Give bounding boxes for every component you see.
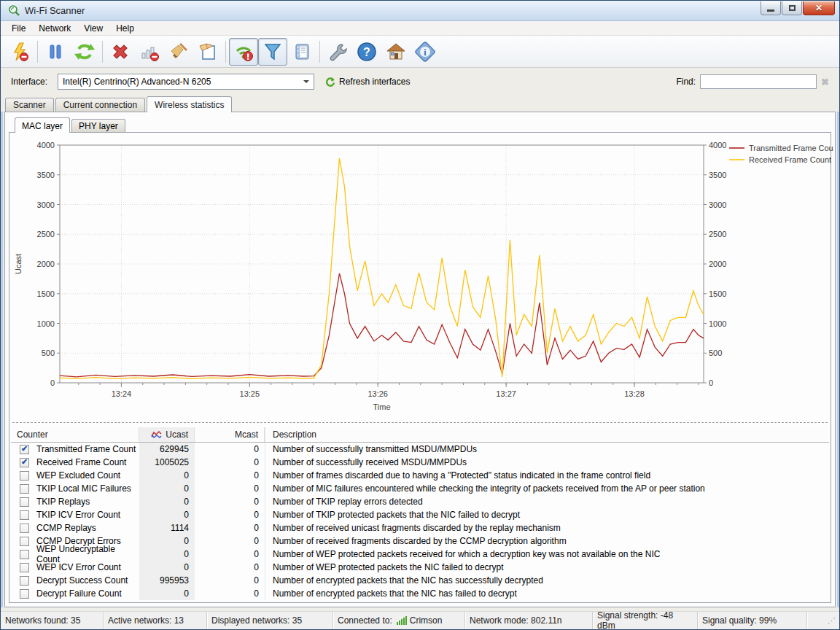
menu-help[interactable]: Help: [109, 22, 141, 35]
counter-checkbox[interactable]: [20, 589, 29, 599]
table-row[interactable]: WEP Excluded Count 0 0 Number of frames …: [11, 469, 829, 482]
counter-checkbox[interactable]: [20, 563, 29, 572]
refresh-interfaces-label: Refresh interfaces: [339, 77, 410, 87]
mcast-value: 0: [195, 510, 265, 520]
svg-text:13:25: 13:25: [240, 389, 260, 398]
connected-network-name: Crimson: [410, 615, 443, 626]
table-row[interactable]: TKIP Local MIC Failures 0 0 Number of MI…: [11, 482, 829, 495]
ucast-value: 1005025: [139, 456, 195, 469]
counter-checkbox[interactable]: [20, 524, 29, 533]
ucast-value: 0: [139, 482, 195, 495]
svg-text:2500: 2500: [709, 230, 726, 238]
refresh-interfaces-button[interactable]: Refresh interfaces: [324, 77, 410, 88]
status-signal-strength: Signal strength: -48 dBm: [593, 612, 698, 629]
counter-name: Decrypt Failure Count: [36, 588, 122, 599]
tab-current-connection[interactable]: Current connection: [55, 98, 145, 112]
table-row[interactable]: Decrypt Failure Count 0 0 Number of encr…: [11, 587, 829, 600]
counter-checkbox[interactable]: [20, 471, 29, 481]
ucast-value: 1114: [139, 521, 195, 534]
table-row[interactable]: CCMP Replays 1114 0 Number of received u…: [11, 521, 829, 534]
svg-text:1500: 1500: [37, 289, 55, 298]
about-button[interactable]: i: [411, 38, 440, 66]
home-icon: [386, 42, 406, 62]
table-row[interactable]: WEP ICV Error Count 0 0 Number of WEP pr…: [11, 561, 829, 574]
column-header-ucast[interactable]: Ucast: [139, 427, 195, 442]
chevron-down-icon: [303, 80, 309, 86]
counters-table: Counter Ucast Mcast Description Transmit…: [11, 427, 829, 601]
clear-button[interactable]: [106, 38, 135, 66]
mcast-value: 0: [195, 457, 265, 467]
interface-label: Interface:: [11, 77, 47, 87]
menu-file[interactable]: File: [5, 22, 32, 35]
table-row[interactable]: WEP Undecryptable Count 0 0 Number of WE…: [11, 548, 829, 561]
find-input[interactable]: [700, 74, 817, 89]
refresh-small-icon: [324, 77, 335, 88]
filter-toggle[interactable]: [258, 38, 287, 66]
svg-text:2000: 2000: [709, 260, 726, 268]
ucast-value: 0: [139, 469, 195, 482]
counter-checkbox[interactable]: [20, 550, 29, 559]
tab-mac-layer[interactable]: MAC layer: [15, 117, 70, 133]
table-row[interactable]: TKIP Replays 0 0 Number of TKIP replay e…: [11, 495, 829, 508]
counter-checkbox[interactable]: [20, 458, 29, 467]
ucast-value: 995953: [139, 574, 195, 587]
counter-description: Number of WEP protected packets received…: [265, 548, 829, 561]
svg-text:13:27: 13:27: [496, 389, 516, 398]
ucast-value: 0: [139, 561, 195, 574]
pause-button[interactable]: [41, 38, 70, 66]
table-row[interactable]: Received Frame Count 1005025 0 Number of…: [11, 456, 829, 469]
cleanup-button[interactable]: [164, 38, 193, 66]
minimize-button[interactable]: [761, 1, 781, 15]
remove-inactive-button[interactable]: [135, 38, 164, 66]
column-header-description[interactable]: Description: [265, 427, 829, 442]
interface-select[interactable]: Intel(R) Centrino(R) Advanced-N 6205: [58, 74, 314, 90]
clear-find-icon[interactable]: ✖: [821, 77, 829, 88]
mcast-value: 0: [195, 536, 265, 546]
counter-description: Number of TKIP protected packets that th…: [265, 508, 829, 521]
ucast-value: 0: [139, 495, 195, 508]
column-header-counter[interactable]: Counter: [11, 427, 139, 442]
refresh-button[interactable]: [70, 38, 99, 66]
mcast-value: 0: [195, 575, 265, 586]
svg-text:0: 0: [709, 378, 713, 387]
counter-checkbox[interactable]: [20, 510, 29, 520]
interface-bar: Interface: Intel(R) Centrino(R) Advanced…: [1, 68, 839, 96]
stop-scan-button[interactable]: [5, 38, 34, 66]
counter-checkbox[interactable]: [20, 576, 29, 586]
svg-text:1500: 1500: [709, 289, 726, 298]
log-button[interactable]: [287, 38, 316, 66]
menu-view[interactable]: View: [77, 22, 109, 35]
signal-bars-icon: [397, 616, 407, 625]
counter-name: TKIP Replays: [36, 497, 90, 507]
tab-phy-layer[interactable]: PHY layer: [71, 119, 125, 132]
chart-table-splitter[interactable]: [12, 422, 828, 423]
table-row[interactable]: Decrypt Success Count 995953 0 Number of…: [11, 574, 829, 587]
settings-button[interactable]: [323, 38, 352, 66]
svg-text:Time: Time: [373, 402, 390, 411]
close-button[interactable]: ✕: [803, 1, 835, 15]
counter-name: WEP Undecryptable Count: [36, 544, 139, 564]
connection-info-toggle[interactable]: [229, 38, 258, 66]
lightning-stop-icon: [9, 42, 30, 62]
send-report-button[interactable]: [193, 38, 222, 66]
table-row[interactable]: Transmitted Frame Count 629945 0 Number …: [11, 443, 829, 456]
menu-network[interactable]: Network: [32, 22, 77, 35]
status-signal-quality: Signal quality: 99%: [698, 612, 807, 629]
counter-checkbox[interactable]: [20, 497, 29, 507]
help-button[interactable]: ?: [352, 38, 381, 66]
counter-checkbox[interactable]: [20, 537, 29, 546]
tab-scanner[interactable]: Scanner: [5, 98, 54, 112]
column-header-mcast[interactable]: Mcast: [195, 427, 265, 442]
svg-text:13:28: 13:28: [624, 389, 645, 398]
table-row[interactable]: TKIP ICV Error Count 0 0 Number of TKIP …: [11, 508, 829, 521]
interface-selected-value: Intel(R) Centrino(R) Advanced-N 6205: [63, 77, 211, 87]
svg-text:Ucast: Ucast: [14, 254, 23, 274]
home-button[interactable]: [381, 38, 411, 66]
counter-description: Number of successfully received MSDU/MMP…: [265, 456, 829, 469]
svg-text:3500: 3500: [37, 171, 55, 179]
tab-wireless-statistics[interactable]: Wireless statistics: [147, 96, 232, 112]
status-resize-grip[interactable]: ⋰: [823, 612, 839, 629]
counter-checkbox[interactable]: [20, 484, 29, 494]
counter-checkbox[interactable]: [20, 445, 29, 454]
maximize-button[interactable]: [782, 1, 802, 15]
